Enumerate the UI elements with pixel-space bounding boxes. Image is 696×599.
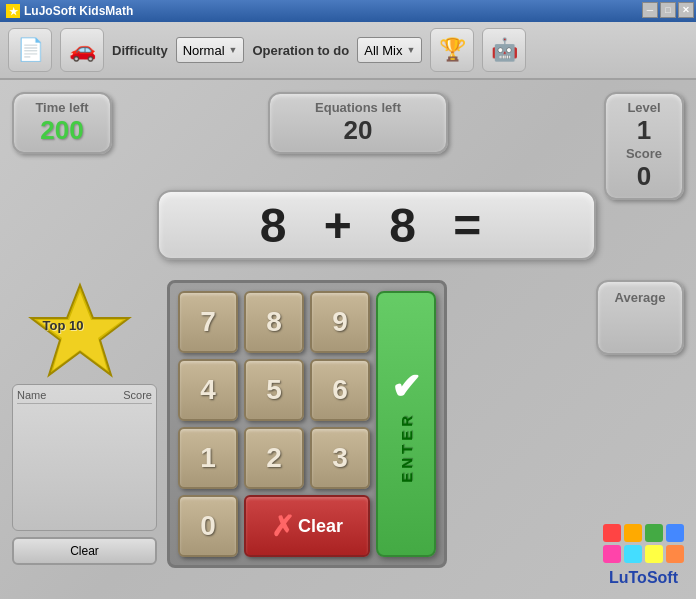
level-score-panel: Level 1 Score 0 xyxy=(604,92,684,200)
leaderboard: Name Score xyxy=(12,384,157,531)
logo-area: LuToSoft xyxy=(603,524,684,587)
logo-block-4 xyxy=(666,524,684,542)
logo-block-2 xyxy=(624,524,642,542)
key-0[interactable]: 0 xyxy=(178,495,238,557)
time-left-value: 200 xyxy=(30,115,94,146)
key-7[interactable]: 7 xyxy=(178,291,238,353)
leaderboard-header: Name Score xyxy=(17,389,152,404)
logo-block-5 xyxy=(603,545,621,563)
enter-label: ENTER xyxy=(398,412,415,483)
trophy-button[interactable]: 🏆 xyxy=(430,28,474,72)
operation-dropdown[interactable]: All Mix ▼ xyxy=(357,37,422,63)
clear-button[interactable]: ✗ Clear xyxy=(244,495,370,557)
enter-button[interactable]: ✔ ENTER xyxy=(376,291,436,557)
top10-panel: Top 10 Name Score Clear xyxy=(12,280,157,568)
difficulty-label: Difficulty xyxy=(112,43,168,58)
equations-panel: Equations left 20 xyxy=(268,92,448,154)
operation-label: Operation to do xyxy=(252,43,349,58)
level-label: Level xyxy=(622,100,666,115)
top10-label: Top 10 xyxy=(43,318,84,333)
numpad: 7 8 9 ✔ ENTER 4 5 6 1 2 3 0 ✗ xyxy=(167,280,447,568)
chevron-down-icon-2: ▼ xyxy=(407,45,416,55)
app-icon: ★ xyxy=(6,4,20,18)
numpad-area: 7 8 9 ✔ ENTER 4 5 6 1 2 3 0 ✗ xyxy=(167,280,586,568)
stats-row: Time left 200 Equations left 20 Level 1 … xyxy=(12,92,684,200)
time-left-label: Time left xyxy=(30,100,94,115)
score-header: Score xyxy=(123,389,152,401)
car-icon: 🚗 xyxy=(69,37,96,63)
logo-block-1 xyxy=(603,524,621,542)
toolbar: 📄 🚗 Difficulty Normal ▼ Operation to do … xyxy=(0,22,696,80)
level-value: 1 xyxy=(622,115,666,146)
close-button[interactable]: ✕ xyxy=(678,2,694,18)
time-panel: Time left 200 xyxy=(12,92,112,154)
difficulty-value: Normal xyxy=(183,43,225,58)
logo-block-8 xyxy=(666,545,684,563)
maximize-button[interactable]: □ xyxy=(660,2,676,18)
equation-row: 8 + 8 = xyxy=(157,190,596,260)
chevron-down-icon: ▼ xyxy=(229,45,238,55)
equations-left-value: 20 xyxy=(294,115,422,146)
content-row: Top 10 Name Score Clear 7 8 9 ✔ xyxy=(12,280,684,568)
help-button[interactable]: 🤖 xyxy=(482,28,526,72)
star-container: Top 10 xyxy=(25,280,145,380)
clear-label: Clear xyxy=(298,516,343,537)
name-header: Name xyxy=(17,389,46,401)
clear-leaderboard-button[interactable]: Clear xyxy=(12,537,157,565)
document-icon: 📄 xyxy=(17,37,44,63)
trophy-icon: 🏆 xyxy=(439,37,466,63)
equation-text: 8 + 8 = xyxy=(260,198,493,253)
key-3[interactable]: 3 xyxy=(310,427,370,489)
key-9[interactable]: 9 xyxy=(310,291,370,353)
average-panel: Average xyxy=(596,280,684,355)
logo-block-7 xyxy=(645,545,663,563)
title-bar: ★ LuJoSoft KidsMath ─ □ ✕ xyxy=(0,0,696,22)
leaderboard-rows xyxy=(17,406,152,526)
key-5[interactable]: 5 xyxy=(244,359,304,421)
key-8[interactable]: 8 xyxy=(244,291,304,353)
average-label: Average xyxy=(606,290,674,305)
difficulty-dropdown[interactable]: Normal ▼ xyxy=(176,37,245,63)
equations-left-label: Equations left xyxy=(294,100,422,115)
logo-block-3 xyxy=(645,524,663,542)
main-area: Time left 200 Equations left 20 Level 1 … xyxy=(0,80,696,599)
equation-display: 8 + 8 = xyxy=(157,190,596,260)
key-6[interactable]: 6 xyxy=(310,359,370,421)
key-2[interactable]: 2 xyxy=(244,427,304,489)
minimize-button[interactable]: ─ xyxy=(642,2,658,18)
new-game-button[interactable]: 📄 xyxy=(8,28,52,72)
checkmark-icon: ✔ xyxy=(391,366,421,408)
robot-icon: 🤖 xyxy=(491,37,518,63)
window-controls[interactable]: ─ □ ✕ xyxy=(642,2,694,18)
logo-text: LuToSoft xyxy=(609,569,678,587)
app-title: LuJoSoft KidsMath xyxy=(24,4,133,18)
operation-value: All Mix xyxy=(364,43,402,58)
score-value: 0 xyxy=(622,161,666,192)
key-1[interactable]: 1 xyxy=(178,427,238,489)
car-icon-button[interactable]: 🚗 xyxy=(60,28,104,72)
key-4[interactable]: 4 xyxy=(178,359,238,421)
score-label: Score xyxy=(622,146,666,161)
logo-blocks xyxy=(603,524,684,563)
x-mark-icon: ✗ xyxy=(271,510,294,543)
logo-block-6 xyxy=(624,545,642,563)
